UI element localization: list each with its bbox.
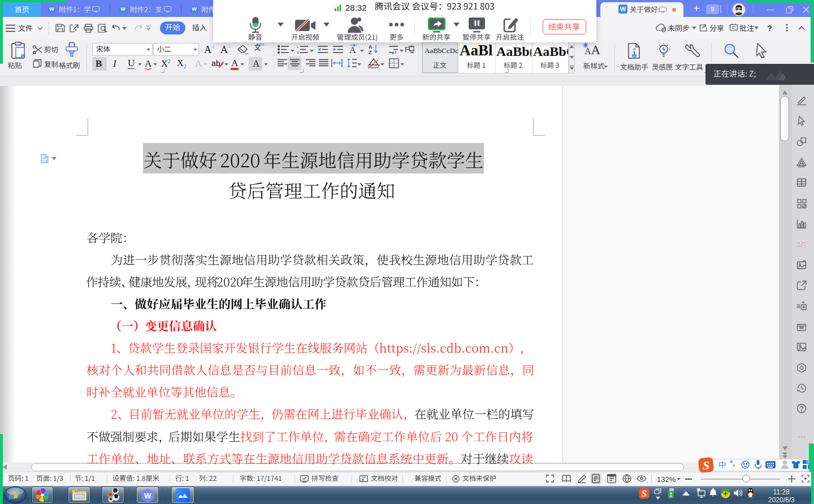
svg-text:S: S <box>703 458 709 472</box>
svg-text:W: W <box>144 492 151 500</box>
svg-text:1: 1 <box>297 45 299 49</box>
svg-text:F: F <box>405 45 409 54</box>
svg-text:S: S <box>642 489 647 498</box>
svg-text:A: A <box>349 45 356 54</box>
svg-text:A: A <box>369 44 373 50</box>
svg-text:Z: Z <box>369 50 372 54</box>
svg-text:3: 3 <box>297 51 299 54</box>
svg-text:a: a <box>796 302 800 310</box>
